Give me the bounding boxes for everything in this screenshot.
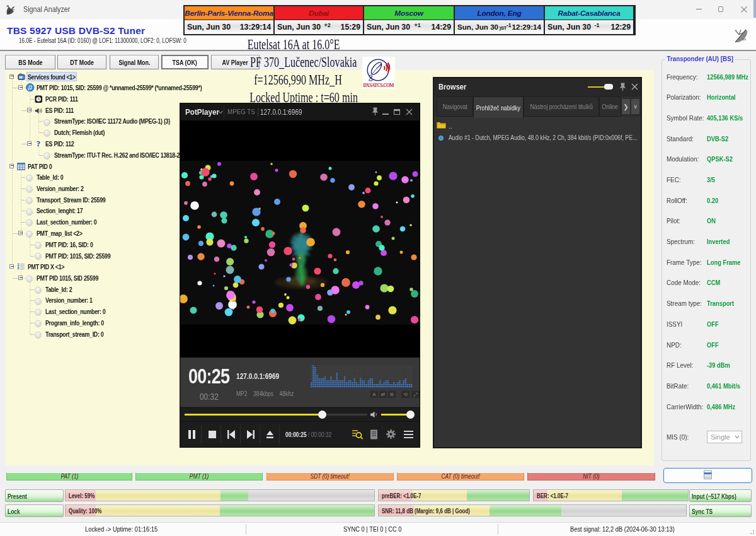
svg-text:?: ?: [37, 139, 40, 148]
svg-text:dx: dx: [742, 37, 747, 41]
svg-text:DXSATCS.COM: DXSATCS.COM: [364, 83, 394, 88]
